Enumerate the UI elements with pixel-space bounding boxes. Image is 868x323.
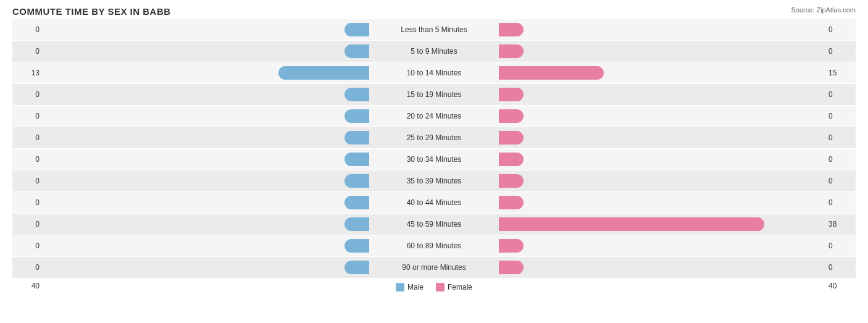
left-value: 0 <box>12 90 43 99</box>
label-box: 20 to 24 Minutes <box>369 112 499 120</box>
label-box: 30 to 34 Minutes <box>369 155 499 164</box>
row-label: 30 to 34 Minutes <box>402 155 467 164</box>
chart-title: COMMUTE TIME BY SEX IN BABB <box>12 6 856 17</box>
row-label: 60 to 89 Minutes <box>402 241 467 250</box>
left-value: 0 <box>12 177 43 185</box>
row-label: Less than 5 Minutes <box>396 25 472 34</box>
row-label: 15 to 19 Minutes <box>402 90 467 99</box>
bar-left-container <box>43 239 369 253</box>
source-text: Source: ZipAtlas.com <box>791 6 856 14</box>
label-box: 60 to 89 Minutes <box>369 241 499 250</box>
bar-male <box>344 23 369 36</box>
label-box: 40 to 44 Minutes <box>369 198 499 207</box>
bar-male <box>344 109 369 123</box>
bar-male <box>344 196 369 209</box>
chart-row: 0 15 to 19 Minutes 0 <box>12 84 856 105</box>
left-value: 0 <box>12 133 43 142</box>
right-value: 0 <box>825 112 856 120</box>
bar-male <box>344 261 369 274</box>
row-label: 10 to 14 Minutes <box>402 69 467 77</box>
bar-left-container <box>43 153 369 166</box>
bar-left-container <box>43 109 369 123</box>
bar-male <box>344 239 369 253</box>
label-box: 45 to 59 Minutes <box>369 220 499 229</box>
bar-left-container <box>43 44 369 58</box>
bar-male <box>344 131 369 145</box>
male-label: Male <box>407 283 424 292</box>
bar-female <box>499 196 524 209</box>
bar-left-container <box>43 66 369 80</box>
bar-right-container <box>499 44 825 58</box>
right-value: 15 <box>825 69 856 77</box>
bar-left-container <box>43 217 369 231</box>
right-value: 0 <box>825 25 856 34</box>
row-label: 35 to 39 Minutes <box>402 177 467 185</box>
chart-row: 0 40 to 44 Minutes 0 <box>12 192 856 213</box>
label-box: Less than 5 Minutes <box>369 25 499 34</box>
bar-right-container <box>499 66 825 80</box>
left-value: 0 <box>12 241 43 250</box>
bar-right-container <box>499 261 825 274</box>
bar-left-container <box>43 261 369 274</box>
female-label: Female <box>448 283 472 292</box>
row-label: 25 to 29 Minutes <box>402 133 467 142</box>
bar-right-container <box>499 196 825 209</box>
bar-left-container <box>43 23 369 36</box>
bar-female <box>499 261 524 274</box>
chart-row: 0 20 to 24 Minutes 0 <box>12 106 856 127</box>
label-box: 10 to 14 Minutes <box>369 69 499 77</box>
right-value: 0 <box>825 263 856 272</box>
label-box: 90 or more Minutes <box>369 263 499 272</box>
bar-female <box>499 239 524 253</box>
bars-area: 0 Less than 5 Minutes 0 0 5 to 9 Minutes… <box>12 19 856 278</box>
bar-male <box>344 153 369 166</box>
axis-left-label: 40 <box>12 282 43 290</box>
chart-row: 0 30 to 34 Minutes 0 <box>12 149 856 170</box>
bar-right-container <box>499 174 825 188</box>
chart-container: COMMUTE TIME BY SEX IN BABB Source: ZipA… <box>0 0 868 323</box>
left-value: 0 <box>12 112 43 120</box>
bar-left-container <box>43 131 369 145</box>
bar-female <box>499 23 524 36</box>
bar-female <box>499 217 764 231</box>
bar-female <box>499 131 524 145</box>
right-value: 0 <box>825 133 856 142</box>
bar-male <box>344 44 369 58</box>
left-value: 0 <box>12 263 43 272</box>
bar-right-container <box>499 153 825 166</box>
right-value: 0 <box>825 90 856 99</box>
bar-female <box>499 44 524 58</box>
bar-right-container <box>499 23 825 36</box>
left-value: 0 <box>12 155 43 164</box>
row-label: 40 to 44 Minutes <box>402 198 467 207</box>
bar-right-container <box>499 131 825 145</box>
label-box: 25 to 29 Minutes <box>369 133 499 142</box>
right-value: 0 <box>825 155 856 164</box>
left-value: 13 <box>12 69 43 77</box>
bar-male <box>344 88 369 101</box>
label-box: 35 to 39 Minutes <box>369 177 499 185</box>
bar-right-container <box>499 239 825 253</box>
right-value: 0 <box>825 241 856 250</box>
axis-row: 40 Male Female 40 <box>12 280 856 292</box>
bar-right-container <box>499 217 825 231</box>
right-value: 0 <box>825 47 856 56</box>
female-swatch <box>436 283 444 292</box>
bar-right-container <box>499 109 825 123</box>
legend-male: Male <box>396 283 424 292</box>
bar-left-container <box>43 88 369 101</box>
bar-female <box>499 153 524 166</box>
bar-male <box>344 217 369 231</box>
bar-right-container <box>499 88 825 101</box>
bar-female <box>499 88 524 101</box>
row-label: 45 to 59 Minutes <box>402 220 467 229</box>
legend-female: Female <box>436 283 472 292</box>
bar-female <box>499 174 524 188</box>
bar-left-container <box>43 196 369 209</box>
left-value: 0 <box>12 25 43 34</box>
chart-row: 0 25 to 29 Minutes 0 <box>12 127 856 148</box>
right-value: 38 <box>825 220 856 229</box>
legend: Male Female <box>396 283 472 292</box>
chart-row: 0 90 or more Minutes 0 <box>12 257 856 278</box>
chart-row: 0 Less than 5 Minutes 0 <box>12 19 856 40</box>
